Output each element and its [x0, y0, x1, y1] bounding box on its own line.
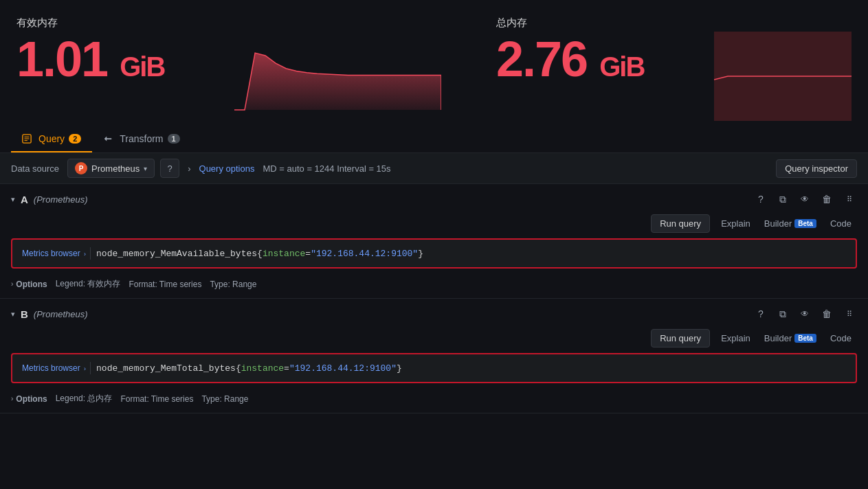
query-input-a[interactable]: Metrics browser › node_memory_MemAvailab…: [11, 238, 857, 269]
options-row-a: › Options Legend: 有效内存 Format: Time seri…: [0, 274, 868, 298]
chart-svg-available: [234, 32, 441, 121]
builder-button-b[interactable]: Builder Beta: [761, 330, 819, 347]
query-block-b: ▾ B (Prometheus) ? ⧉ 👁 🗑 ⠿ Run query: [0, 299, 868, 413]
explain-button-b[interactable]: Explain: [715, 330, 756, 347]
metric-label-total: 总内存: [496, 16, 703, 30]
block-b-id: B: [21, 308, 28, 320]
block-a-collapse-icon[interactable]: ▾: [11, 195, 15, 204]
metric-value-available: 1.01 GiB: [16, 32, 223, 87]
builder-button-a[interactable]: Builder Beta: [761, 215, 819, 232]
query-meta: MD = auto = 1244 Interval = 15s: [263, 163, 390, 174]
prometheus-icon: P: [75, 162, 87, 174]
query-input-b[interactable]: Metrics browser › node_memory_MemTotal_b…: [11, 353, 857, 383]
metrics-browser-link-a[interactable]: Metrics browser ›: [18, 247, 91, 260]
tab-transform-badge: 1: [168, 134, 180, 144]
block-b-drag-icon: ⠿: [847, 310, 852, 319]
query-icon: [22, 134, 32, 144]
options-type-a: Type: Range: [210, 280, 256, 289]
block-b-source: (Prometheus): [34, 309, 88, 319]
metrics-browser-chevron-b: ›: [84, 365, 86, 372]
block-b-eye-icon: 👁: [801, 309, 809, 319]
block-b-info-button[interactable]: ?: [753, 306, 769, 322]
metric-card-available: 有效内存 1.01 GiB: [16, 11, 234, 121]
options-format-b: Format: Time series: [120, 394, 193, 404]
options-format-a: Format: Time series: [129, 280, 201, 289]
options-legend-b: Legend: 总内存: [56, 393, 113, 405]
block-a-source: (Prometheus): [34, 194, 88, 205]
info-button[interactable]: ?: [160, 159, 179, 178]
datasource-chevron-icon: ▾: [144, 165, 147, 172]
block-b-copy-button[interactable]: ⧉: [775, 306, 791, 322]
beta-badge-b: Beta: [794, 334, 816, 343]
top-panel: 有效内存 1.01 GiB 总内存 2.76 GiB: [0, 0, 868, 121]
query-block-a-header: ▾ A (Prometheus) ? ⧉ 👁 🗑 ⠿: [0, 184, 868, 214]
options-type-b: Type: Range: [201, 394, 248, 404]
metrics-browser-link-b[interactable]: Metrics browser ›: [18, 362, 91, 374]
info-icon: ?: [168, 163, 173, 174]
beta-badge-a: Beta: [794, 219, 816, 228]
block-b-drag-handle[interactable]: ⠿: [841, 306, 857, 322]
block-a-drag-handle[interactable]: ⠿: [841, 191, 857, 207]
options-toggle-b[interactable]: › Options: [11, 394, 47, 404]
query-inspector-button[interactable]: Query inspector: [776, 159, 857, 178]
query-input-wrapper-b: Metrics browser › node_memory_MemTotal_b…: [0, 353, 868, 389]
code-button-a[interactable]: Code: [825, 215, 857, 232]
query-options-label: Query options: [199, 163, 255, 174]
block-b-trash-icon: 🗑: [822, 308, 832, 319]
options-toggle-a[interactable]: › Options: [11, 280, 47, 289]
tabs-bar: Query 2 Transform 1: [0, 126, 868, 153]
tab-transform-label: Transform: [120, 133, 163, 144]
metrics-browser-chevron-a: ›: [84, 251, 86, 258]
separator: ›: [188, 163, 190, 174]
options-label-a: Options: [16, 280, 47, 289]
query-metric-a: node_memory_MemAvailable_bytes: [96, 249, 257, 259]
query-block-a: ▾ A (Prometheus) ? ⧉ 👁 🗑 ⠿ Run query: [0, 184, 868, 299]
block-a-actions: ? ⧉ 👁 🗑 ⠿: [753, 191, 857, 207]
block-a-eye-icon: 👁: [801, 194, 809, 204]
options-label-b: Options: [16, 394, 47, 404]
query-editor-row-a: Run query Explain Builder Beta Code: [0, 214, 868, 238]
options-row-b: › Options Legend: 总内存 Format: Time serie…: [0, 389, 868, 413]
transform-icon: [103, 134, 113, 144]
block-a-eye-button[interactable]: 👁: [797, 191, 813, 207]
block-b-collapse-icon[interactable]: ▾: [11, 310, 15, 319]
query-options-button[interactable]: Query options: [199, 163, 255, 174]
chart-available: [234, 32, 441, 121]
chart-total: [714, 32, 852, 121]
query-label-val-a: "192.168.44.12:9100": [311, 249, 418, 259]
block-b-info-icon: ?: [758, 308, 764, 319]
query-input-wrapper-a: Metrics browser › node_memory_MemAvailab…: [0, 238, 868, 274]
explain-button-a[interactable]: Explain: [715, 215, 756, 232]
options-chevron-a: ›: [11, 280, 13, 288]
block-a-copy-button[interactable]: ⧉: [775, 191, 791, 207]
query-text-b[interactable]: node_memory_MemTotal_bytes{instance="192…: [96, 363, 850, 374]
block-a-copy-icon: ⧉: [779, 194, 786, 205]
query-label-key-b: instance: [241, 363, 284, 374]
block-b-copy-icon: ⧉: [779, 308, 786, 320]
datasource-label: Data source: [11, 163, 59, 174]
block-a-delete-button[interactable]: 🗑: [819, 191, 835, 207]
block-a-info-icon: ?: [758, 194, 764, 205]
query-label-val-b: "192.168.44.12:9100": [289, 363, 397, 374]
metric-card-total: 总内存 2.76 GiB: [496, 11, 714, 121]
prometheus-name: Prometheus: [91, 163, 140, 174]
datasource-selector[interactable]: P Prometheus ▾: [67, 159, 155, 178]
query-block-b-header: ▾ B (Prometheus) ? ⧉ 👁 🗑 ⠿: [0, 299, 868, 329]
block-a-id: A: [21, 194, 28, 205]
query-editor-row-b: Run query Explain Builder Beta Code: [0, 329, 868, 353]
tab-query-badge: 2: [69, 134, 81, 144]
metric-label-available: 有效内存: [16, 16, 223, 30]
chart-svg-total: [714, 32, 852, 121]
block-b-eye-button[interactable]: 👁: [797, 306, 813, 322]
block-b-actions: ? ⧉ 👁 🗑 ⠿: [753, 306, 857, 322]
options-legend-a: Legend: 有效内存: [56, 278, 121, 290]
run-query-button-a[interactable]: Run query: [651, 214, 710, 233]
block-b-delete-button[interactable]: 🗑: [819, 306, 835, 322]
query-label-key-a: instance: [263, 249, 305, 259]
run-query-button-b[interactable]: Run query: [651, 329, 710, 348]
tab-query[interactable]: Query 2: [11, 126, 92, 152]
tab-transform[interactable]: Transform 1: [92, 126, 190, 152]
block-a-info-button[interactable]: ?: [753, 191, 769, 207]
query-text-a[interactable]: node_memory_MemAvailable_bytes{instance=…: [96, 249, 850, 259]
code-button-b[interactable]: Code: [825, 330, 857, 347]
